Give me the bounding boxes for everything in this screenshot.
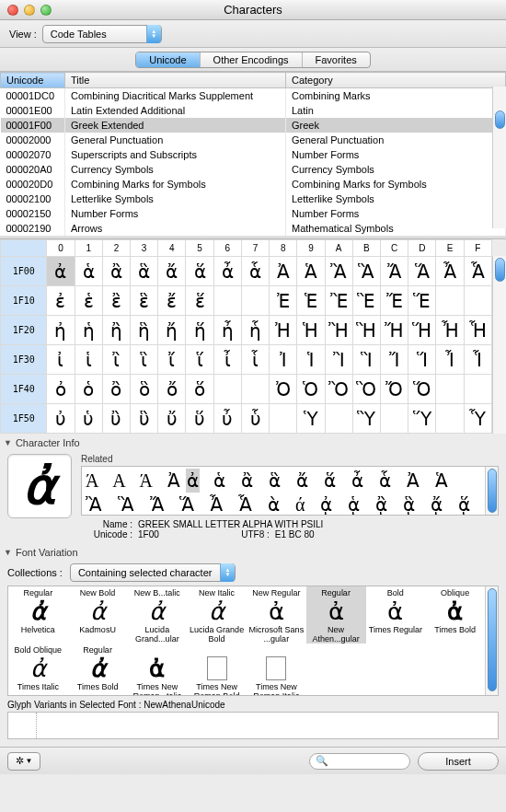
char-cell[interactable]: Ἓ xyxy=(352,286,380,316)
insert-button[interactable]: Insert xyxy=(418,752,499,771)
block-row[interactable]: 00002070Superscripts and SubscriptsNumbe… xyxy=(1,147,506,162)
font-item[interactable]: RegularἀTimes Bold xyxy=(68,644,128,696)
char-cell[interactable]: ὀ xyxy=(47,375,75,404)
char-cell[interactable] xyxy=(436,404,464,434)
char-cell[interactable]: Ὓ xyxy=(352,404,380,434)
related-chars[interactable]: Ά Α Ά Ἀἀ ἁ ἂ ἃ ἄ ἅ ἆ ἇ Ἀ Ἁ Ἂ Ἃ Ἄ Ἅ Ἆ Ἇ ὰ… xyxy=(81,466,499,516)
char-cell[interactable]: Ὑ xyxy=(297,404,325,434)
font-item[interactable]: New RegularἀMicrosoft Sans ...gular xyxy=(247,586,306,644)
char-cell[interactable]: ἡ xyxy=(75,316,102,345)
char-cell[interactable]: Ἵ xyxy=(408,345,436,375)
char-cell[interactable]: Ἳ xyxy=(352,345,380,375)
char-cell[interactable]: Ἠ xyxy=(270,316,297,345)
char-cell[interactable]: ὑ xyxy=(75,404,102,434)
char-cell[interactable]: ἆ xyxy=(213,257,241,286)
char-cell[interactable]: Ἡ xyxy=(297,316,325,345)
fontvar-disclosure[interactable]: ▼ Font Variation xyxy=(0,543,506,560)
char-cell[interactable]: ἁ xyxy=(75,257,102,286)
font-item[interactable]: New BoldἀKadmosU xyxy=(68,586,128,644)
char-cell[interactable]: ἠ xyxy=(47,316,75,345)
char-cell[interactable] xyxy=(213,286,241,316)
block-row[interactable]: 00002190ArrowsMathematical Symbols xyxy=(1,221,506,236)
char-cell[interactable]: Ὗ xyxy=(464,404,491,434)
char-cell[interactable] xyxy=(325,404,352,434)
char-cell[interactable]: ἄ xyxy=(158,257,186,286)
block-row[interactable]: 00001F00Greek ExtendedGreek xyxy=(1,118,506,133)
char-cell[interactable]: ὐ xyxy=(47,404,75,434)
block-row[interactable]: 00001DC0Combining Diacritical Marks Supp… xyxy=(1,88,506,103)
char-cell[interactable]: Ἢ xyxy=(325,316,352,345)
char-cell[interactable]: Ὃ xyxy=(352,375,380,404)
char-cell[interactable]: Ἄ xyxy=(381,257,408,286)
char-cell[interactable]: ἐ xyxy=(47,286,75,316)
char-cell[interactable]: ἴ xyxy=(158,345,186,375)
char-cell[interactable]: Ὕ xyxy=(408,404,436,434)
char-cell[interactable]: ὅ xyxy=(186,375,213,404)
block-row[interactable]: 000020D0Combining Marks for SymbolsCombi… xyxy=(1,177,506,191)
char-cell[interactable]: Ἅ xyxy=(408,257,436,286)
col-unicode[interactable]: Unicode xyxy=(1,73,65,88)
font-item[interactable]: ἀTimes New Roman...talic xyxy=(128,644,188,696)
font-item[interactable]: RegularἀNew Athen...gular xyxy=(306,586,366,644)
char-cell[interactable]: Ἔ xyxy=(381,286,408,316)
char-cell[interactable]: Ὅ xyxy=(408,375,436,404)
char-cell[interactable]: Ἣ xyxy=(352,316,380,345)
char-cell[interactable] xyxy=(436,375,464,404)
action-menu-button[interactable]: ✲ ▼ xyxy=(7,752,40,771)
fontgrid-scrollbar[interactable] xyxy=(485,586,498,695)
char-cell[interactable]: Ἷ xyxy=(464,345,491,375)
block-row[interactable]: 00002150Number FormsNumber Forms xyxy=(1,206,506,221)
char-cell[interactable]: Ἴ xyxy=(381,345,408,375)
char-cell[interactable]: ὔ xyxy=(158,404,186,434)
char-cell[interactable]: Ἲ xyxy=(325,345,352,375)
char-cell[interactable]: ἧ xyxy=(241,316,269,345)
font-item[interactable]: New ItalicἀLucida Grande Bold xyxy=(187,586,247,644)
char-cell[interactable]: ὄ xyxy=(158,375,186,404)
char-cell[interactable]: Ὀ xyxy=(270,375,297,404)
search-field[interactable]: 🔍 xyxy=(309,753,410,770)
char-cell[interactable]: ἇ xyxy=(241,257,269,286)
char-cell[interactable]: ἰ xyxy=(47,345,75,375)
char-cell[interactable]: ἂ xyxy=(102,257,130,286)
char-cell[interactable]: ἃ xyxy=(131,257,158,286)
char-cell[interactable]: ἲ xyxy=(102,345,130,375)
char-cell[interactable]: ἱ xyxy=(75,345,102,375)
char-cell[interactable]: Ἆ xyxy=(436,257,464,286)
view-select[interactable]: Code Tables ▲▼ xyxy=(42,25,162,43)
font-item[interactable]: RegularἀHelvetica xyxy=(8,586,68,644)
char-cell[interactable] xyxy=(241,375,269,404)
char-cell[interactable] xyxy=(381,404,408,434)
char-cell[interactable]: Ἥ xyxy=(408,316,436,345)
char-cell[interactable]: ὁ xyxy=(75,375,102,404)
list-scrollbar[interactable] xyxy=(492,87,506,228)
char-cell[interactable]: Ἁ xyxy=(297,257,325,286)
block-row[interactable]: 00002000General PunctuationGeneral Punct… xyxy=(1,133,506,147)
char-cell[interactable]: ἣ xyxy=(131,316,158,345)
char-cell[interactable]: Ὁ xyxy=(297,375,325,404)
char-cell[interactable]: Ὄ xyxy=(381,375,408,404)
char-cell[interactable] xyxy=(270,404,297,434)
block-row[interactable]: 00002100Letterlike SymbolsLetterlike Sym… xyxy=(1,191,506,206)
block-row[interactable]: 00001E00Latin Extended AdditionalLatin xyxy=(1,103,506,118)
char-cell[interactable] xyxy=(464,286,491,316)
char-cell[interactable]: Ἑ xyxy=(297,286,325,316)
char-cell[interactable]: Ἃ xyxy=(352,257,380,286)
char-cell[interactable]: ὕ xyxy=(186,404,213,434)
font-item[interactable]: New B...talicἀLucida Grand...ular xyxy=(128,586,188,644)
char-cell[interactable]: Ἒ xyxy=(325,286,352,316)
close-window-button[interactable] xyxy=(7,5,18,16)
char-cell[interactable]: ὗ xyxy=(241,404,269,434)
charinfo-disclosure[interactable]: ▼ Character Info xyxy=(0,434,506,450)
minimize-window-button[interactable] xyxy=(24,5,35,16)
char-cell[interactable]: Ἂ xyxy=(325,257,352,286)
char-cell[interactable]: ὂ xyxy=(102,375,130,404)
char-cell[interactable]: Ὂ xyxy=(325,375,352,404)
font-item[interactable]: Times New Roman Bold xyxy=(187,644,247,696)
char-cell[interactable]: ἀ xyxy=(47,257,75,286)
char-cell[interactable]: Ἀ xyxy=(270,257,297,286)
char-cell[interactable]: ὖ xyxy=(213,404,241,434)
char-cell[interactable]: Ἐ xyxy=(270,286,297,316)
char-cell[interactable]: ἶ xyxy=(213,345,241,375)
tab-favorites[interactable]: Favorites xyxy=(303,52,370,67)
font-item[interactable]: Times New Roman Italic xyxy=(247,644,306,696)
